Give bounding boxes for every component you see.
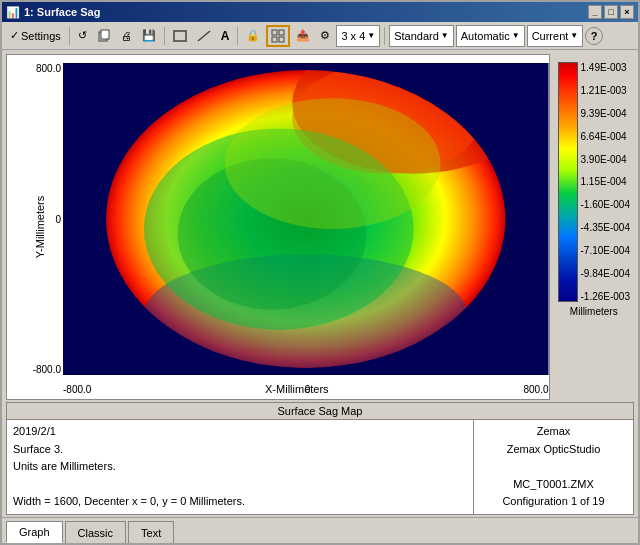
line-icon	[197, 29, 211, 43]
info-right-0: Zemax	[482, 423, 625, 441]
grid-dropdown-arrow: ▼	[367, 31, 375, 40]
info-line-4: Width = 1600, Decenter x = 0, y = 0 Mill…	[13, 493, 467, 511]
title-bar-left: 📊 1: Surface Sag	[6, 6, 100, 19]
print-button[interactable]: 🖨	[117, 25, 136, 47]
svg-rect-6	[272, 37, 277, 42]
minimize-button[interactable]: _	[588, 5, 602, 19]
automatic-dropdown-label: Automatic	[461, 30, 510, 42]
line-tool[interactable]	[193, 25, 215, 47]
settings-button[interactable]: ✓ Settings	[6, 25, 65, 47]
legend-unit: Millimeters	[558, 306, 630, 317]
current-dropdown-arrow: ▼	[570, 31, 578, 40]
info-line-3	[13, 476, 467, 494]
separator-2	[164, 27, 165, 45]
current-dropdown[interactable]: Current ▼	[527, 25, 584, 47]
info-header: Surface Sag Map	[7, 403, 633, 420]
info-right-1: Zemax OpticStudio	[482, 441, 625, 459]
y-tick-0: 800.0	[23, 63, 61, 74]
help-icon: ?	[591, 30, 598, 42]
svg-rect-2	[174, 31, 186, 41]
separator-1	[69, 27, 70, 45]
x-tick-0: -800.0	[63, 384, 91, 395]
save-button[interactable]: 💾	[138, 25, 160, 47]
help-button[interactable]: ?	[585, 27, 603, 45]
export-icon: 📤	[296, 29, 310, 42]
automatic-dropdown[interactable]: Automatic ▼	[456, 25, 525, 47]
svg-rect-4	[272, 30, 277, 35]
svg-point-16	[225, 98, 441, 229]
export-button[interactable]: 📤	[292, 25, 314, 47]
title-bar: 📊 1: Surface Sag _ □ ×	[2, 2, 638, 22]
separator-3	[237, 27, 238, 45]
x-tick-2: 800.0	[523, 384, 548, 395]
y-axis-label: Y-Millimeters	[34, 196, 46, 259]
legend-val-8: -7.10E-004	[581, 245, 630, 256]
bottom-tabs: Graph Classic Text	[2, 517, 638, 543]
refresh-button[interactable]: ↺	[74, 25, 91, 47]
maximize-button[interactable]: □	[604, 5, 618, 19]
grid-dropdown-label: 3 x 4	[341, 30, 365, 42]
tab-classic[interactable]: Classic	[65, 521, 126, 543]
legend-val-4: 3.90E-004	[581, 154, 630, 165]
legend-value-labels: 1.49E-003 1.21E-003 9.39E-004 6.64E-004 …	[581, 62, 630, 302]
toolbar: ✓ Settings ↺ 🖨 💾 A �	[2, 22, 638, 50]
grid-icon	[271, 29, 285, 43]
svg-line-3	[198, 31, 210, 41]
svg-rect-1	[101, 30, 109, 39]
info-panel: Surface Sag Map 2019/2/1 Surface 3. Unit…	[6, 402, 634, 515]
legend-val-6: -1.60E-004	[581, 199, 630, 210]
svg-rect-5	[279, 30, 284, 35]
lock-button[interactable]: 🔒	[242, 25, 264, 47]
info-left: 2019/2/1 Surface 3. Units are Millimeter…	[7, 420, 473, 514]
svg-rect-7	[279, 37, 284, 42]
automatic-dropdown-arrow: ▼	[512, 31, 520, 40]
copy-button[interactable]	[93, 25, 115, 47]
colormap-svg	[63, 63, 549, 375]
text-tool[interactable]: A	[217, 25, 234, 47]
legend-val-9: -9.84E-004	[581, 268, 630, 279]
rect-tool[interactable]	[169, 25, 191, 47]
info-body: 2019/2/1 Surface 3. Units are Millimeter…	[7, 420, 633, 514]
legend-val-1: 1.21E-003	[581, 85, 630, 96]
tab-graph-label: Graph	[19, 526, 50, 538]
main-window: 📊 1: Surface Sag _ □ × ✓ Settings ↺ 🖨 💾	[0, 0, 640, 545]
legend-val-7: -4.35E-004	[581, 222, 630, 233]
window-icon: 📊	[6, 6, 20, 19]
standard-dropdown-arrow: ▼	[441, 31, 449, 40]
close-button[interactable]: ×	[620, 5, 634, 19]
info-line-0: 2019/2/1	[13, 423, 467, 441]
lock-icon: 🔒	[246, 29, 260, 42]
y-tick-4: -800.0	[23, 364, 61, 375]
legend-val-5: 1.15E-004	[581, 176, 630, 187]
title-bar-controls: _ □ ×	[588, 5, 634, 19]
tab-classic-label: Classic	[78, 527, 113, 539]
separator-4	[384, 27, 385, 45]
colormap-area	[63, 63, 549, 375]
grid-button[interactable]	[266, 25, 290, 47]
standard-dropdown-label: Standard	[394, 30, 439, 42]
refresh-icon: ↺	[78, 29, 87, 42]
tab-graph[interactable]: Graph	[6, 521, 63, 543]
rect-icon	[173, 29, 187, 43]
grid-dropdown[interactable]: 3 x 4 ▼	[336, 25, 380, 47]
window-title: 1: Surface Sag	[24, 6, 100, 18]
legend-val-3: 6.64E-004	[581, 131, 630, 142]
tab-text-label: Text	[141, 527, 161, 539]
info-right-3: MC_T0001.ZMX	[482, 476, 625, 494]
plot-container: Y-Millimeters 800.0 0 -800.0	[6, 54, 550, 400]
legend-val-2: 9.39E-004	[581, 108, 630, 119]
tab-text[interactable]: Text	[128, 521, 174, 543]
info-line-2: Units are Millimeters.	[13, 458, 467, 476]
legend-colorbar	[558, 62, 578, 302]
settings2-button[interactable]: ⚙	[316, 25, 334, 47]
info-right-2	[482, 458, 625, 476]
info-right-4: Configuration 1 of 19	[482, 493, 625, 511]
color-legend: 1.49E-003 1.21E-003 9.39E-004 6.64E-004 …	[554, 54, 634, 400]
current-dropdown-label: Current	[532, 30, 569, 42]
print-icon: 🖨	[121, 30, 132, 42]
legend-val-0: 1.49E-003	[581, 62, 630, 73]
standard-dropdown[interactable]: Standard ▼	[389, 25, 454, 47]
text-tool-icon: A	[221, 29, 230, 43]
settings2-icon: ⚙	[320, 29, 330, 42]
copy-icon	[97, 28, 111, 44]
